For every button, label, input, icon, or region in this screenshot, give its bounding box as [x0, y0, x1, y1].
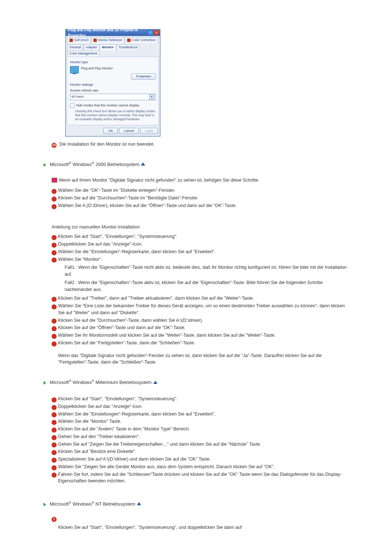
properties-dialog: Plug and Play Monitor and 3D Prophet III… — [65, 29, 160, 137]
win2000-tail: Wenn das "Digitale Signatur nicht gefund… — [58, 352, 348, 366]
list-item: 3Wählen Sie die "Einstellungen"-Register… — [52, 248, 348, 255]
list-item: 5Klicken Sie auf "Treiber", dann auf "Tr… — [52, 295, 348, 302]
list-item: 6Gehen Sie auf den "Treiber lokalisieren… — [52, 433, 348, 440]
dialog-body: Monitor type Plug and Play Monitor Prope… — [67, 57, 159, 125]
arrow-icon — [44, 503, 46, 506]
list-item: 4Wählen Sie die "Monitor" Taste. — [52, 418, 348, 425]
tab-color-correction[interactable]: Color Correction — [125, 37, 158, 43]
step-bullet: 10 — [52, 341, 57, 347]
tab-monitor[interactable]: Monitor — [100, 44, 116, 50]
step-bullet: 1 — [52, 397, 57, 402]
step-bullet: 7 — [52, 442, 57, 447]
step-bullet: 9 — [52, 458, 57, 463]
list-item: 1Klicken Sie auf "Start", "Einstellungen… — [52, 396, 348, 402]
manual-install-heading: Anleitung zur manuellen Monitor-Installa… — [52, 224, 348, 231]
step-bullet: 10 — [52, 465, 57, 470]
tab-general[interactable]: General — [67, 44, 83, 50]
step-bullet: 4 — [52, 258, 57, 263]
list-item: 7Gehen Sie auf "Zeigen Sie die Treiberei… — [52, 441, 348, 448]
properties-button[interactable]: Properties — [131, 73, 156, 80]
dialog-footer: OK Cancel Apply — [66, 126, 160, 137]
step-bullet: 8 — [52, 326, 57, 331]
list-item: 5Klicken Sie auf die "Ändern" Taste in d… — [52, 426, 348, 433]
step-bullet-10: 10 — [52, 143, 57, 148]
step-bullet: 1 — [52, 235, 57, 240]
hide-modes-hint: Clearing this check box allows you to se… — [75, 109, 156, 121]
post-dialog-note: 10 Die Installation für den Monitor ist … — [52, 141, 348, 148]
list-item: 11Fahren Sie fort, indem Sie auf die "Sc… — [52, 471, 348, 485]
step-bullet: 2 — [52, 405, 57, 410]
nvidia-icon — [127, 39, 131, 42]
nvidia-icon — [69, 39, 73, 42]
list-item: 8Klicken Sie auf "Besitze eine Diskette"… — [52, 448, 348, 455]
post-dialog-text: Die Installation für den Monitor ist nun… — [59, 142, 154, 147]
monitor-name: Plug and Play Monitor — [81, 66, 156, 71]
monitor-icon — [70, 66, 79, 73]
refresh-rate-select[interactable]: 60 Hertz ▾ — [70, 94, 156, 100]
tab-adapter[interactable]: Adapter — [83, 44, 99, 50]
heading-winnt: Microsoft® Windows® NT Betriebssystem — [44, 501, 348, 508]
step-bullet: 7 — [52, 319, 57, 324]
step-bullet: 1 — [52, 189, 57, 194]
step-bullet: 2 — [52, 197, 57, 202]
up-triangle-icon[interactable] — [137, 502, 141, 505]
step-bullet: 1 — [52, 517, 57, 522]
tab-geforce3[interactable]: GeForce3 — [67, 37, 91, 43]
fall1-text: Fall1 : Wenn die "Eigenschaften"-Taste n… — [65, 264, 348, 278]
step-bullet: 5 — [52, 428, 57, 433]
winnt-step1-text: Klicken Sie auf "Start", "Einstellungen"… — [58, 524, 348, 531]
step-bullet: 9 — [52, 334, 57, 339]
list-item: 3Wählen Sie A:(D:\Driver), klicken Sie a… — [52, 202, 348, 209]
step-bullet: 6 — [52, 435, 57, 440]
list-item: 2Klicken Sie auf die "Durchsuchen"-Taste… — [52, 195, 348, 202]
dialog-titlebar: Plug and Play Monitor and 3D Prophet III… — [66, 29, 160, 36]
list-item: 4Wählen Sie "Monitor". — [52, 256, 348, 263]
list-item: 1Klicken Sie auf "Start", "Einstellungen… — [52, 233, 348, 240]
refresh-rate-label: Screen refresh rate: — [70, 88, 156, 93]
step-bullet: 5 — [52, 297, 57, 302]
step-bullet: 4 — [52, 420, 57, 425]
monitor-settings-label: Monitor settings — [70, 82, 156, 88]
list-item: 10Klicken Sie auf die "Fertigstellen"-Ta… — [52, 340, 348, 347]
arrow-icon — [44, 163, 46, 167]
refresh-rate-value: 60 Hertz — [72, 94, 84, 100]
signature-icon — [52, 178, 57, 183]
step-bullet: 2 — [52, 243, 57, 248]
signature-warning: Wenn auf Ihrem Monitor "Digitale Signatu… — [52, 177, 348, 184]
list-item: 10Wählen Sie "Zeigen Sie alle Geräte Mon… — [52, 463, 348, 470]
ok-button[interactable]: OK — [103, 128, 118, 134]
tab-row-1: GeForce3 Device Selection Color Correcti… — [66, 36, 160, 43]
hide-modes-checkbox[interactable] — [70, 104, 74, 108]
step-bullet: 3 — [52, 412, 57, 417]
up-triangle-icon[interactable] — [153, 381, 158, 384]
apply-button[interactable]: Apply — [140, 128, 158, 134]
nvidia-icon — [93, 39, 97, 42]
step-bullet: 3 — [52, 204, 57, 209]
cancel-button[interactable]: Cancel — [119, 128, 139, 134]
dialog-title: Plug and Play Monitor and 3D Prophet III… — [68, 27, 147, 38]
chevron-down-icon: ▾ — [149, 94, 154, 100]
arrow-icon — [44, 381, 46, 385]
help-button[interactable]: ? — [148, 30, 153, 35]
step-bullet: 11 — [52, 473, 57, 478]
list-item: 7Klicken Sie auf die "Durchsuchen"-Taste… — [52, 317, 348, 324]
list-item: 9Spezialisieren Sie auf A:\(D:\driver) u… — [52, 456, 348, 463]
step-bullet: 6 — [52, 304, 57, 309]
monitor-type-label: Monitor type — [70, 60, 156, 65]
tab-row-2: General Adapter Monitor Troubleshoot Col… — [66, 43, 160, 57]
step-bullet: 3 — [52, 250, 57, 255]
list-item: 8Klicken Sie auf die "Öffnen"-Taste und … — [52, 324, 348, 331]
list-item: 6Wählen Sie "Eine Liste der bekannten Tr… — [52, 303, 348, 316]
tab-device-selection[interactable]: Device Selection — [91, 37, 124, 43]
tab-color-management[interactable]: Color Management — [67, 50, 99, 57]
step-bullet: 8 — [52, 450, 57, 455]
heading-win2000: Microsoft® Windows® 2000 Betriebssystem — [44, 161, 348, 168]
fall2-text: Fall2 : Wenn die "Eigenschaften"-Taste a… — [65, 279, 348, 293]
tab-troubleshoot[interactable]: Troubleshoot — [117, 44, 140, 50]
list-item: 9Wählen Sie Ihr Monitormodell und klicke… — [52, 332, 348, 339]
list-item: 2Doppelklicken Sie auf das "Anzeige"-Ico… — [52, 403, 348, 410]
close-button[interactable]: × — [154, 30, 159, 35]
up-triangle-icon[interactable] — [141, 162, 145, 166]
heading-winme: Microsoft® Windows® Millennium Betriebss… — [44, 379, 348, 386]
list-item: 1Wählen Sie die "OK"-Taste im "Diskette … — [52, 187, 348, 194]
